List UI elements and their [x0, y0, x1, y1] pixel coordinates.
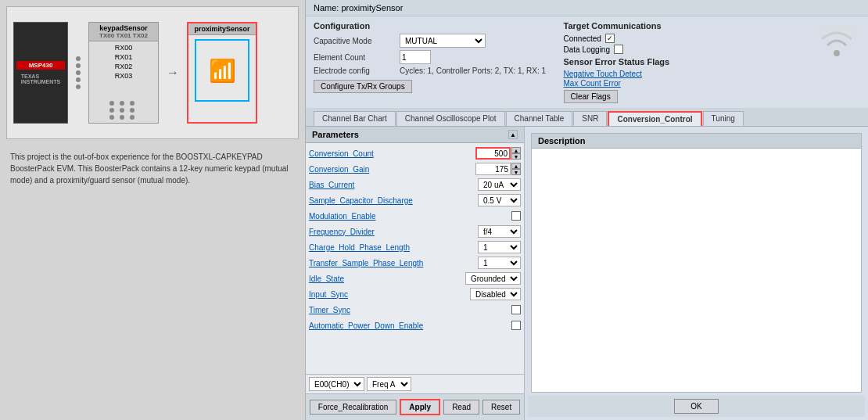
channel-dropdown[interactable]: E00(CH0): [309, 377, 364, 391]
keypad-dots-grid: [106, 98, 141, 123]
connected-checkbox[interactable]: ✓: [605, 34, 615, 43]
wifi-signal-icon: 📶: [209, 58, 236, 84]
tab-conversion-control[interactable]: Conversion_Control: [608, 111, 701, 126]
electrode-config-value: Cycles: 1, Controller Ports: 2, TX: 1, R…: [400, 66, 546, 75]
sample-cap-value: 0.5 V: [478, 194, 521, 206]
param-row-idle-state: Idle_State Grounded: [309, 271, 521, 285]
conversion-gain-input[interactable]: [475, 163, 511, 175]
main-content: Parameters ▲ Conversion_Count ▲ ▼: [306, 126, 868, 420]
tab-tuning[interactable]: Tuning: [703, 111, 744, 126]
sample-cap-select[interactable]: 0.5 V: [478, 194, 521, 206]
data-logging-row: Data Logging: [564, 45, 798, 54]
max-count-error-link[interactable]: Max Count Error: [564, 79, 621, 88]
read-button[interactable]: Read: [443, 400, 479, 415]
keypad-header: keypadSensor TX00 TX01 TX02: [89, 23, 158, 41]
param-row-transfer-sample: Transfer_Sample_Phase_Length 1: [309, 256, 521, 270]
configure-txrx-button[interactable]: Configure Tx/Rx Groups: [314, 80, 412, 93]
tab-channel-table[interactable]: Channel Table: [506, 111, 573, 126]
arrow: →: [167, 66, 179, 80]
target-communications-section: Target Communications Connected ✓ Data L…: [564, 21, 798, 103]
tab-channel-bar[interactable]: Channel Bar Chart: [314, 111, 396, 126]
conversion-gain-up[interactable]: ▲: [511, 163, 521, 169]
bias-current-link[interactable]: Bias_Current: [309, 181, 478, 189]
sample-cap-link[interactable]: Sample_Capacitor_Discharge: [309, 196, 478, 205]
freq-dropdown[interactable]: Freq A: [367, 377, 411, 391]
msp430-logo: MSP430: [16, 61, 64, 70]
bias-current-value: 20 uA: [478, 178, 521, 191]
msp430-block: MSP430 TEXASINSTRUMENTS: [13, 22, 68, 124]
description-content: [532, 149, 861, 407]
configuration-title: Configuration: [314, 21, 548, 31]
transfer-sample-link[interactable]: Transfer_Sample_Phase_Length: [309, 259, 478, 267]
scrollbar-up[interactable]: ▲: [508, 130, 518, 139]
idle-state-select[interactable]: Grounded: [465, 272, 521, 285]
input-sync-value: Disabled: [470, 288, 521, 300]
left-description: This project is the out-of-box experienc…: [6, 147, 299, 190]
keypad-labels: RX00 RX01 RX02 RX03: [111, 41, 137, 82]
svg-point-0: [834, 50, 840, 56]
idle-state-link[interactable]: Idle_State: [309, 275, 465, 283]
freq-divider-value: f/4: [478, 225, 521, 238]
clear-flags-button[interactable]: Clear Flags: [564, 90, 618, 103]
parameters-title: Parameters: [312, 130, 359, 139]
input-sync-select[interactable]: Disabled: [470, 288, 521, 300]
tabs-bar: Channel Bar Chart Channel Oscilloscope P…: [306, 108, 868, 126]
input-sync-link[interactable]: Input_Sync: [309, 290, 470, 299]
tab-channel-osc[interactable]: Channel Oscilloscope Plot: [396, 111, 505, 126]
charge-hold-select[interactable]: 1: [478, 241, 521, 253]
sensor-error-title: Sensor Error Status Flags: [564, 57, 798, 66]
reset-button[interactable]: Reset: [482, 400, 520, 415]
conversion-count-input[interactable]: [475, 147, 511, 160]
conversion-count-down[interactable]: ▼: [511, 153, 521, 160]
conversion-gain-down[interactable]: ▼: [511, 169, 521, 175]
auto-power-link[interactable]: Automatic_Power_Down_Enable: [309, 321, 511, 330]
capacitive-mode-select[interactable]: MUTUAL: [400, 34, 486, 48]
conversion-gain-link[interactable]: Conversion_Gain: [309, 165, 475, 174]
apply-button[interactable]: Apply: [400, 399, 440, 415]
parameters-scroll[interactable]: Conversion_Count ▲ ▼ Conversion_Gain: [306, 143, 524, 374]
param-row-bias-current: Bias_Current 20 uA: [309, 178, 521, 192]
element-count-input[interactable]: [400, 50, 431, 64]
name-bar: Name: proximitySensor: [306, 0, 868, 16]
freq-divider-link[interactable]: Frequency_Divider: [309, 228, 478, 236]
timer-sync-checkbox[interactable]: [511, 305, 521, 314]
conversion-count-link[interactable]: Conversion_Count: [309, 149, 475, 158]
freq-divider-select[interactable]: f/4: [478, 225, 521, 238]
modulation-link[interactable]: Modulation_Enable: [309, 212, 511, 221]
auto-power-value: [511, 321, 521, 330]
timer-sync-link[interactable]: Timer_Sync: [309, 306, 511, 314]
conversion-gain-value: ▲ ▼: [475, 163, 521, 175]
ti-logo: TEXASINSTRUMENTS: [21, 74, 61, 84]
conversion-count-value: ▲ ▼: [475, 147, 521, 160]
negative-touch-link[interactable]: Negative Touch Detect: [564, 70, 642, 78]
top-config: Configuration Capacitive Mode MUTUAL Ele…: [306, 16, 868, 108]
description-area: Description OK: [525, 127, 868, 420]
auto-power-checkbox[interactable]: [511, 321, 521, 330]
element-count-row: Element Count: [314, 50, 548, 64]
ok-button[interactable]: OK: [674, 399, 718, 414]
conversion-gain-spinner: ▲ ▼: [511, 163, 521, 175]
capacitive-mode-row: Capacitive Mode MUTUAL: [314, 34, 548, 48]
configuration-section: Configuration Capacitive Mode MUTUAL Ele…: [314, 21, 548, 103]
keypad-block: keypadSensor TX00 TX01 TX02 RX00 RX01 RX…: [88, 22, 159, 124]
force-recalibration-button[interactable]: Force_Recalibration: [310, 400, 397, 415]
proximity-block[interactable]: proximitySensor 📶: [187, 22, 257, 124]
param-row-conversion-count: Conversion_Count ▲ ▼: [309, 146, 521, 160]
electrode-config-label: Electrode config: [314, 66, 400, 75]
connector-dots: [76, 56, 81, 89]
left-panel: MSP430 TEXASINSTRUMENTS keypadSensor TX0…: [0, 0, 305, 420]
bias-current-select[interactable]: 20 uA: [478, 178, 521, 191]
proximity-inner: 📶: [195, 39, 249, 102]
param-row-input-sync: Input_Sync Disabled: [309, 287, 521, 301]
data-logging-checkbox[interactable]: [614, 45, 623, 54]
param-row-auto-power: Automatic_Power_Down_Enable: [309, 318, 521, 332]
timer-sync-value: [511, 305, 521, 314]
param-row-charge-hold: Charge_Hold_Phase_Length 1: [309, 240, 521, 254]
tab-snr[interactable]: SNR: [573, 111, 607, 126]
diagram-area: MSP430 TEXASINSTRUMENTS keypadSensor TX0…: [6, 6, 299, 139]
charge-hold-link[interactable]: Charge_Hold_Phase_Length: [309, 243, 478, 252]
transfer-sample-select[interactable]: 1: [478, 257, 521, 269]
param-row-modulation: Modulation_Enable: [309, 209, 521, 223]
modulation-checkbox[interactable]: [511, 211, 521, 221]
conversion-count-up[interactable]: ▲: [511, 147, 521, 153]
